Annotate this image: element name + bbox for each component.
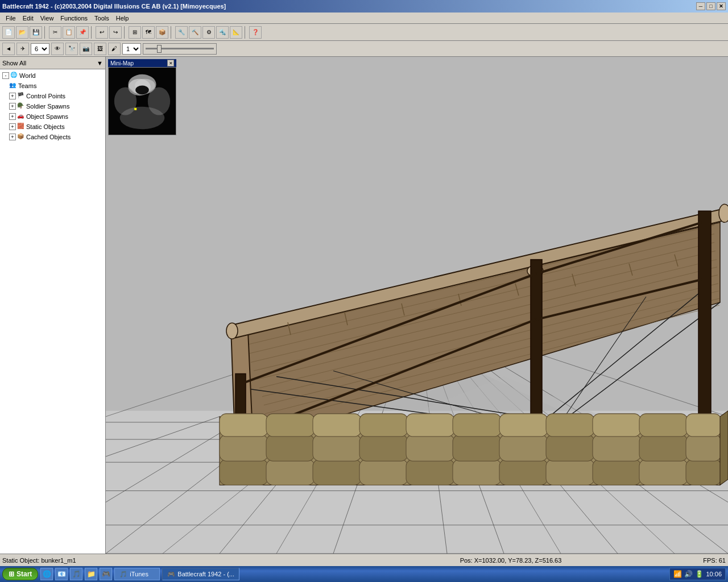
svg-rect-69 — [266, 459, 315, 485]
toolbar-undo[interactable]: ↩ — [96, 26, 108, 39]
toolbar-copy[interactable]: 📋 — [63, 26, 75, 39]
toolbar-object[interactable]: 📦 — [156, 26, 168, 39]
toolbar-sep2 — [91, 26, 93, 39]
toolbar2-zoom-combo[interactable]: 1 248 — [122, 43, 141, 55]
so-expand-icon[interactable]: + — [9, 123, 16, 130]
teams-icon: 👥 — [9, 82, 17, 90]
toolbar-grid[interactable]: ⊞ — [129, 26, 141, 39]
toolbar-btn9[interactable]: 📐 — [230, 26, 242, 39]
svg-rect-89 — [686, 435, 721, 461]
toolbar2-view3[interactable]: 📷 — [80, 43, 92, 55]
teams-label: Teams — [18, 82, 36, 89]
titlebar: Battlecraft 1942 - (c)2003,2004 Digital … — [0, 0, 728, 13]
toolbar2-brush[interactable]: 🖌 — [108, 43, 121, 55]
co-icon: 📦 — [17, 133, 25, 141]
menubar: File Edit View Functions Tools Help — [0, 13, 728, 24]
viewport[interactable]: Mini-Map ✕ — [106, 57, 728, 554]
tree-item-teams[interactable]: 👥 Teams — [0, 81, 105, 91]
ss-label: Soldier Spawns — [26, 103, 69, 110]
svg-rect-88 — [639, 435, 688, 461]
minimap-close-button[interactable]: ✕ — [167, 60, 174, 66]
tray-volume-icon[interactable]: 🔊 — [684, 570, 693, 578]
maximize-button[interactable]: □ — [706, 2, 715, 10]
tree-item-soldier-spawns[interactable]: + 🪖 Soldier Spawns — [0, 101, 105, 111]
secondary-toolbar: ◄ ✈ 6 12345 👁 🔭 📷 🖼 🖌 1 248 — [0, 41, 728, 57]
taskbar-quick-launch-3[interactable]: 🎵 — [70, 568, 82, 580]
menu-edit[interactable]: Edit — [19, 14, 37, 23]
tree-item-world[interactable]: - 🌐 World — [0, 70, 105, 81]
toolbar2-view4[interactable]: 🖼 — [94, 43, 106, 55]
svg-rect-87 — [593, 435, 641, 461]
toolbar2-view1[interactable]: 👁 — [51, 43, 64, 55]
os-icon: 🚗 — [17, 113, 25, 120]
titlebar-buttons: ─ □ ✕ — [696, 2, 726, 10]
close-button[interactable]: ✕ — [717, 2, 726, 10]
toolbar2-fly[interactable]: ✈ — [16, 43, 29, 55]
slider-track — [146, 48, 214, 49]
show-all-dropdown[interactable]: Show All ▼ — [0, 57, 105, 69]
os-label: Object Spawns — [26, 113, 68, 120]
tray-battery-icon[interactable]: 🔋 — [695, 570, 704, 578]
main-area: Show All ▼ - 🌐 World 👥 Teams + 🏴 Control… — [0, 57, 728, 554]
taskbar-quick-launch-5[interactable]: 🎮 — [100, 568, 112, 580]
svg-rect-90 — [220, 414, 268, 436]
toolbar2-layer-combo[interactable]: 6 12345 — [31, 43, 49, 55]
svg-marker-101 — [720, 411, 728, 485]
menu-functions[interactable]: Functions — [57, 14, 91, 23]
toolbar2-slider[interactable] — [143, 43, 217, 55]
svg-rect-94 — [406, 414, 454, 436]
taskbar-itunes[interactable]: 🎵 iTunes — [114, 568, 160, 580]
toolbar-save[interactable]: 💾 — [30, 26, 42, 39]
slider-thumb[interactable] — [157, 45, 162, 53]
main-toolbar: 📄 📂 💾 ✂ 📋 📌 ↩ ↪ ⊞ 🗺 📦 🔧 🔨 ⚙ 🔩 📐 ❓ — [0, 24, 728, 41]
os-expand-icon[interactable]: + — [9, 113, 16, 120]
toolbar2-rotate-left[interactable]: ◄ — [2, 43, 15, 55]
so-label: Static Objects — [26, 123, 65, 130]
3d-scene — [106, 57, 728, 554]
taskbar-battlecraft[interactable]: 🎮 Battlecraft 1942 - (... — [162, 568, 239, 580]
menu-help[interactable]: Help — [113, 14, 133, 23]
world-expand-icon[interactable]: - — [2, 72, 9, 79]
toolbar-btn6[interactable]: 🔨 — [189, 26, 201, 39]
tree-item-control-points[interactable]: + 🏴 Control Points — [0, 91, 105, 101]
menu-view[interactable]: View — [37, 14, 57, 23]
tree-view: - 🌐 World 👥 Teams + 🏴 Control Points + — [0, 69, 105, 554]
dropdown-arrow-icon: ▼ — [97, 60, 103, 66]
toolbar-cut[interactable]: ✂ — [49, 26, 61, 39]
toolbar-terrain[interactable]: 🗺 — [142, 26, 155, 39]
taskbar: ⊞ Start 🌐 📧 🎵 📁 🎮 🎵 iTunes 🎮 Battlecraft… — [0, 566, 728, 582]
start-button[interactable]: ⊞ Start — [2, 568, 38, 580]
svg-rect-85 — [499, 435, 548, 461]
start-windows-icon: ⊞ — [9, 570, 14, 578]
minimap-content[interactable] — [108, 67, 176, 135]
minimize-button[interactable]: ─ — [696, 2, 705, 10]
toolbar-btn8[interactable]: 🔩 — [216, 26, 229, 39]
toolbar-btn5[interactable]: 🔧 — [175, 26, 188, 39]
ss-expand-icon[interactable]: + — [9, 103, 16, 110]
menu-tools[interactable]: Tools — [91, 14, 113, 23]
co-expand-icon[interactable]: + — [9, 134, 16, 140]
toolbar-redo[interactable]: ↪ — [109, 26, 122, 39]
taskbar-quick-launch-1[interactable]: 🌐 — [40, 568, 53, 580]
ss-icon: 🪖 — [17, 102, 25, 110]
tray-network-icon[interactable]: 📶 — [673, 570, 682, 578]
statusbar-position: Pos: X=1032.00, Y=78.23, Z=516.63 — [341, 557, 680, 564]
battlecraft-icon: 🎮 — [167, 571, 175, 578]
tree-item-static-objects[interactable]: + 🧱 Static Objects — [0, 122, 105, 132]
taskbar-quick-launch-4[interactable]: 📁 — [85, 568, 97, 580]
toolbar2-view2[interactable]: 🔭 — [65, 43, 78, 55]
menu-file[interactable]: File — [2, 14, 19, 23]
statusbar-fps: FPS: 61 — [680, 557, 726, 564]
taskbar-quick-launch-2[interactable]: 📧 — [55, 568, 68, 580]
toolbar-new[interactable]: 📄 — [2, 26, 15, 39]
cp-expand-icon[interactable]: + — [9, 93, 16, 99]
svg-point-50 — [226, 323, 238, 339]
toolbar-open[interactable]: 📂 — [16, 26, 28, 39]
toolbar-help[interactable]: ❓ — [249, 26, 262, 39]
toolbar-paste[interactable]: 📌 — [76, 26, 89, 39]
svg-rect-70 — [313, 459, 361, 485]
toolbar-btn7[interactable]: ⚙ — [202, 26, 215, 39]
tree-item-cached-objects[interactable]: + 📦 Cached Objects — [0, 132, 105, 142]
tree-item-object-spawns[interactable]: + 🚗 Object Spawns — [0, 111, 105, 122]
svg-point-109 — [120, 107, 165, 129]
